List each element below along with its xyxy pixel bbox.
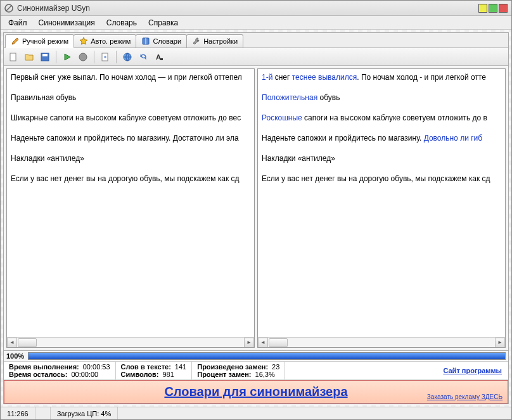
close-button[interactable] bbox=[499, 4, 508, 13]
scroll-right-button[interactable]: ► bbox=[244, 338, 254, 348]
tab-label: Ручной режим bbox=[22, 37, 68, 45]
source-pane: Первый снег уже выпал. По ночам холод — … bbox=[6, 68, 255, 348]
svg-point-6 bbox=[79, 53, 87, 61]
scroll-thumb[interactable] bbox=[18, 338, 37, 347]
synonym-word[interactable]: гиб bbox=[471, 134, 482, 143]
titlebar[interactable]: Синонимайзер USyn bbox=[1, 1, 511, 16]
program-site-link[interactable]: Сайт программы bbox=[443, 367, 502, 374]
synonym-word[interactable]: Довольно ли bbox=[424, 134, 469, 143]
scroll-left-button[interactable]: ◄ bbox=[7, 338, 17, 348]
stat-val: 16,3% bbox=[255, 371, 275, 378]
menubar: Файл Синонимизация Словарь Справка bbox=[1, 16, 511, 30]
open-icon bbox=[24, 52, 34, 62]
book-icon bbox=[141, 37, 150, 46]
result-text[interactable]: 1-й снег теснее вывалился. По ночам холо… bbox=[258, 69, 505, 337]
globe-icon bbox=[122, 52, 132, 62]
minimize-button[interactable] bbox=[478, 4, 487, 13]
tab-book[interactable]: Словари bbox=[136, 34, 187, 48]
text-line: Наденьте сапожки и пройдитесь по магазин… bbox=[11, 132, 250, 144]
ad-main-link[interactable]: Словари для синонимайзера bbox=[164, 385, 347, 398]
synonym-word[interactable]: 1-й bbox=[262, 73, 272, 82]
scroll-left-button[interactable]: ◄ bbox=[258, 338, 268, 348]
toolbar: A bbox=[4, 48, 508, 66]
editor-panes: Первый снег уже выпал. По ночам холод — … bbox=[4, 66, 508, 350]
text-line: Положительная обувь bbox=[262, 92, 501, 103]
menu-synonymize[interactable]: Синонимизация bbox=[34, 16, 100, 29]
scroll-track[interactable] bbox=[17, 338, 244, 348]
svg-rect-3 bbox=[10, 53, 16, 61]
toolbar-separator bbox=[94, 51, 94, 63]
refresh-icon bbox=[138, 52, 148, 62]
source-text[interactable]: Первый снег уже выпал. По ночам холод — … bbox=[7, 69, 254, 337]
result-pane: 1-й снег теснее вывалился. По ночам холо… bbox=[257, 68, 506, 348]
svg-rect-5 bbox=[42, 54, 48, 56]
synonym-word[interactable]: Положительная bbox=[262, 93, 317, 102]
stop-icon bbox=[78, 52, 88, 62]
toolbar-open-button[interactable] bbox=[22, 50, 36, 64]
stat-key: Процент замен: bbox=[197, 371, 251, 378]
tab-star[interactable]: Авто. режим bbox=[74, 34, 136, 48]
progress-fill bbox=[29, 353, 505, 359]
stat-key: Время осталось: bbox=[9, 371, 67, 378]
stat-val: 981 bbox=[162, 371, 174, 378]
scroll-right-button[interactable]: ► bbox=[495, 338, 505, 348]
tab-wrench[interactable]: Настройки bbox=[186, 34, 243, 48]
scroll-thumb[interactable] bbox=[269, 338, 288, 347]
text-segment: Накладки «антилед» bbox=[11, 154, 84, 163]
toolbar-new-button[interactable] bbox=[6, 50, 20, 64]
star-icon bbox=[79, 37, 88, 46]
result-hscroll[interactable]: ◄ ► bbox=[258, 337, 505, 347]
synonym-word[interactable]: Роскошные bbox=[262, 113, 302, 122]
text-segment: Наденьте сапожки и пройдитесь по магазин… bbox=[262, 134, 424, 143]
bottom-block: 100% Время выполнения:00:00:53Время оста… bbox=[4, 350, 508, 404]
text-segment: снег bbox=[272, 73, 291, 82]
pencil-icon bbox=[11, 37, 20, 46]
text-segment: Если у вас нет денег вы на дорогую обувь… bbox=[11, 174, 240, 183]
text-segment: Шикарные сапоги на высоком каблуке совет… bbox=[11, 113, 241, 122]
text-line: Роскошные сапоги на высоком каблуке сове… bbox=[262, 112, 501, 124]
toolbar-separator bbox=[56, 51, 56, 63]
toolbar-separator bbox=[116, 51, 117, 63]
stat-key: Время выполнения: bbox=[9, 363, 79, 371]
text-line: Если у вас нет денег вы на дорогую обувь… bbox=[11, 173, 250, 184]
status-cursor-pos: 11:266 bbox=[1, 407, 35, 419]
tab-label: Авто. режим bbox=[91, 37, 131, 45]
text-segment: сапоги на высоком каблуке советуем отлож… bbox=[302, 113, 487, 122]
statusbar: 11:266 Загрузка ЦП: 4% bbox=[1, 407, 511, 419]
toolbar-refresh-button[interactable] bbox=[136, 50, 150, 64]
text-line: Накладки «антилед» bbox=[262, 153, 501, 164]
stats-col1: Время выполнения:00:00:53Время осталось:… bbox=[4, 362, 116, 379]
text-line: Накладки «антилед» bbox=[11, 153, 250, 164]
maximize-button[interactable] bbox=[489, 4, 497, 13]
synonym-word[interactable]: теснее bbox=[292, 73, 316, 82]
text-line: Шикарные сапоги на высоком каблуке совет… bbox=[11, 112, 250, 124]
toolbar-globe-button[interactable] bbox=[120, 50, 134, 64]
toolbar-stop-button[interactable] bbox=[76, 50, 90, 64]
progress-label: 100% bbox=[6, 352, 24, 360]
scroll-track[interactable] bbox=[268, 338, 495, 348]
toolbar-font-button[interactable]: A bbox=[152, 50, 166, 64]
stat-val: 23 bbox=[272, 363, 279, 371]
export-icon bbox=[100, 52, 110, 62]
menu-file[interactable]: Файл bbox=[3, 16, 32, 29]
stat-key: Слов в тексте: bbox=[121, 363, 171, 371]
text-segment: Наденьте сапожки и пройдитесь по магазин… bbox=[11, 134, 239, 143]
menu-dictionary[interactable]: Словарь bbox=[101, 16, 142, 29]
ad-banner[interactable]: Словари для синонимайзера Заказать рекла… bbox=[4, 380, 508, 404]
stats-col2: Слов в тексте:141Символов:981 bbox=[116, 362, 193, 379]
toolbar-save-button[interactable] bbox=[38, 50, 52, 64]
progress-bar bbox=[28, 352, 506, 360]
tab-label: Настройки bbox=[203, 37, 238, 45]
tab-label: Словари bbox=[153, 37, 181, 45]
source-hscroll[interactable]: ◄ ► bbox=[7, 337, 254, 347]
text-segment: Накладки «антилед» bbox=[262, 154, 335, 163]
menu-help[interactable]: Справка bbox=[143, 16, 183, 29]
progress-row: 100% bbox=[4, 351, 508, 362]
ad-order-link[interactable]: Заказать рекламу ЗДЕСЬ bbox=[427, 393, 502, 400]
toolbar-export-button[interactable] bbox=[98, 50, 112, 64]
tab-pencil[interactable]: Ручной режим bbox=[5, 34, 74, 48]
synonym-word[interactable]: вывалился bbox=[318, 73, 357, 82]
toolbar-run-button[interactable] bbox=[60, 50, 74, 64]
stats-row: Время выполнения:00:00:53Время осталось:… bbox=[4, 362, 508, 380]
new-icon bbox=[8, 52, 18, 62]
